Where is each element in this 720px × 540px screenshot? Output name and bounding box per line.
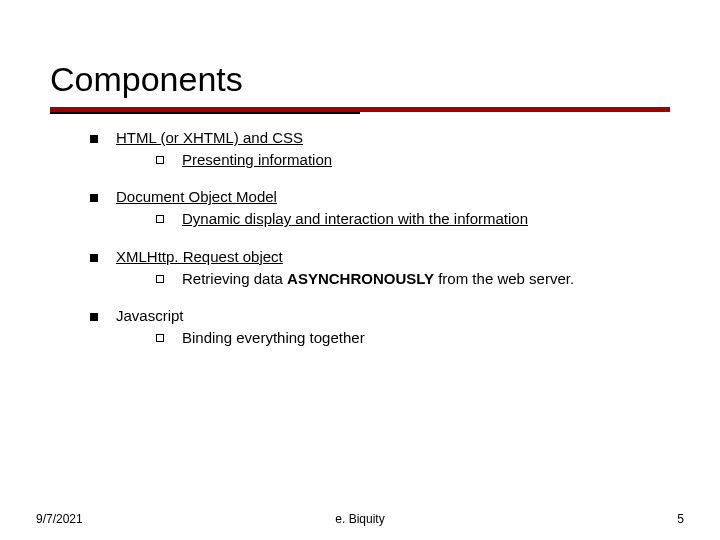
square-bullet-icon [90, 254, 98, 262]
list-item: Javascript [90, 307, 670, 324]
square-bullet-icon [90, 194, 98, 202]
sub-list-item: Presenting information [156, 150, 670, 170]
list-item: Document Object Model [90, 188, 670, 205]
item-label: Javascript [116, 307, 184, 324]
sub-item-label: Binding everything together [182, 328, 365, 348]
square-bullet-icon [90, 135, 98, 143]
open-square-bullet-icon [156, 156, 164, 164]
list-item: HTML (or XHTML) and CSS [90, 129, 670, 146]
sub-list-item: Retrieving data ASYNCHRONOUSLY from the … [156, 269, 670, 289]
open-square-bullet-icon [156, 275, 164, 283]
list-item: XMLHttp. Request object [90, 248, 670, 265]
sub-item-label: Presenting information [182, 150, 332, 170]
open-square-bullet-icon [156, 215, 164, 223]
sub-list-item: Binding everything together [156, 328, 670, 348]
item-label: XMLHttp. Request object [116, 248, 283, 265]
slide-title: Components [50, 60, 670, 99]
sub-list-item: Dynamic display and interaction with the… [156, 209, 670, 229]
title-rule [50, 107, 670, 115]
item-label: HTML (or XHTML) and CSS [116, 129, 303, 146]
slide-footer: 9/7/2021 e. Biquity 5 [0, 512, 720, 526]
footer-source: e. Biquity [335, 512, 384, 526]
sub-item-label: Retrieving data ASYNCHRONOUSLY from the … [182, 269, 574, 289]
item-label: Document Object Model [116, 188, 277, 205]
sub-item-label: Dynamic display and interaction with the… [182, 209, 528, 229]
footer-page-number: 5 [677, 512, 684, 526]
open-square-bullet-icon [156, 334, 164, 342]
footer-date: 9/7/2021 [36, 512, 83, 526]
slide-content: HTML (or XHTML) and CSS Presenting infor… [50, 127, 670, 348]
square-bullet-icon [90, 313, 98, 321]
